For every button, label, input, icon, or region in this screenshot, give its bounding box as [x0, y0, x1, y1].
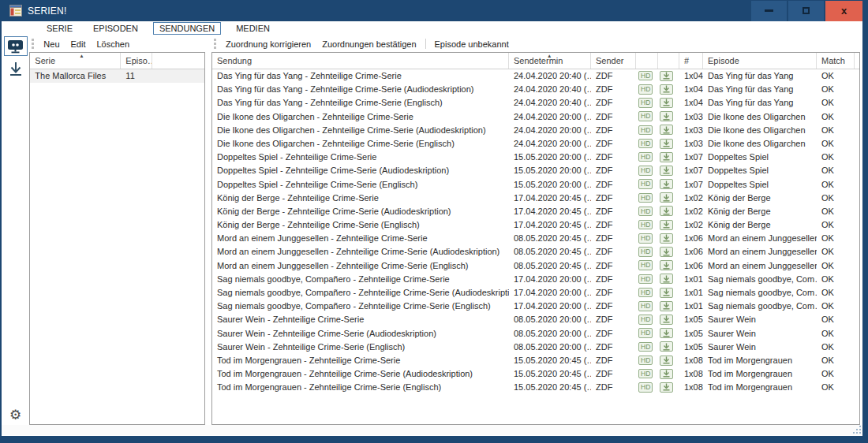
download-icon[interactable]	[660, 288, 673, 298]
table-row[interactable]: Tod im Morgengrauen - Zehnteilige Crime-…	[212, 381, 859, 394]
table-row[interactable]: König der Berge - Zehnteilige Crime-Seri…	[212, 192, 859, 205]
table-row[interactable]: Sag niemals goodbye, Compañero - Zehntei…	[212, 300, 859, 313]
table-row[interactable]: Saurer Wein - Zehnteilige Crime-Serie (A…	[212, 327, 859, 341]
table-row[interactable]: Sag niemals goodbye, Compañero - Zehntei…	[212, 286, 859, 300]
maximize-button[interactable]	[788, 1, 824, 21]
table-row[interactable]: Mord an einem Junggesellen - Zehnteilige…	[212, 232, 859, 245]
table-row[interactable]: Sag niemals goodbye, Compañero - Zehntei…	[212, 273, 859, 286]
table-row[interactable]: Die Ikone des Oligarchen - Zehnteilige C…	[212, 124, 859, 137]
tab-sendungen[interactable]: SENDUNGEN	[153, 22, 221, 35]
match-cell: OK	[817, 354, 855, 367]
table-row[interactable]: Das Ying für das Yang - Zehnteilige Crim…	[212, 96, 859, 110]
column-header-sendetermin[interactable]: Sendetermin ▲	[509, 53, 591, 69]
table-row[interactable]: Saurer Wein - Zehnteilige Crime-Serie (E…	[212, 341, 859, 354]
zuordnungen-bestaetigen-button[interactable]: Zuordnungen bestätigen	[316, 38, 421, 50]
download-icon[interactable]	[660, 166, 673, 176]
hd-badge: HD	[638, 315, 653, 325]
episode-number-cell: 1x05	[679, 313, 703, 326]
sender-cell: ZDF	[591, 218, 636, 232]
download-icon[interactable]	[660, 315, 673, 325]
table-row[interactable]: Saurer Wein - Zehnteilige Crime-Serie 08…	[212, 313, 859, 326]
download-icon[interactable]	[660, 220, 673, 230]
download-icon[interactable]	[660, 84, 673, 95]
episode-number-cell: 1x05	[679, 327, 703, 341]
column-header-download[interactable]	[658, 53, 679, 69]
minimize-button[interactable]	[751, 1, 787, 21]
download-icon[interactable]	[660, 369, 673, 379]
table-row[interactable]: Doppeltes Spiel - Zehnteilige Crime-Seri…	[212, 178, 859, 192]
column-header-filler	[855, 53, 859, 69]
episode-unbekannt-button[interactable]: Episode unbekannt	[429, 38, 514, 50]
sendung-cell: Das Ying für das Yang - Zehnteilige Crim…	[212, 96, 509, 110]
tab-serie[interactable]: SERIE	[41, 23, 78, 34]
sendung-cell: König der Berge - Zehnteilige Crime-Seri…	[212, 218, 509, 232]
sort-ascending-icon: ▲	[79, 53, 84, 58]
download-icon[interactable]	[660, 233, 673, 244]
download-icon[interactable]	[660, 301, 673, 311]
loeschen-button[interactable]: Löschen	[91, 38, 135, 50]
settings-button[interactable]: ⚙	[9, 408, 21, 422]
table-row[interactable]: Doppeltes Spiel - Zehnteilige Crime-Seri…	[212, 164, 859, 177]
column-header-episoden[interactable]: Episo…	[121, 53, 152, 69]
column-header-hd[interactable]	[636, 53, 658, 69]
table-row[interactable]: König der Berge - Zehnteilige Crime-Seri…	[212, 218, 859, 232]
column-header-match[interactable]: Match	[817, 53, 855, 69]
download-icon[interactable]	[660, 125, 673, 135]
tab-episoden[interactable]: EPISODEN	[88, 23, 144, 34]
table-row[interactable]: Das Ying für das Yang - Zehnteilige Crim…	[212, 83, 859, 96]
episode-cell: Tod im Morgengrauen	[703, 354, 817, 367]
download-icon[interactable]	[660, 192, 673, 203]
sender-cell: ZDF	[591, 137, 636, 151]
episode-cell: Das Ying für das Yang	[703, 83, 817, 96]
sendungen-table: Sendung Sendetermin ▲ Sender # Episode M…	[211, 52, 860, 425]
zuordnung-korrigieren-button[interactable]: Zuordnung korrigieren	[220, 38, 316, 50]
download-icon[interactable]	[660, 71, 673, 81]
download-icon[interactable]	[660, 247, 673, 257]
downloads-button[interactable]	[4, 59, 28, 79]
tv-shows-button[interactable]	[4, 36, 28, 56]
column-header-episode[interactable]: Episode	[703, 53, 817, 69]
column-header-serie[interactable]: Serie ▲	[30, 53, 121, 69]
sendetermin-cell: 15.05.2020 20:00 (…	[509, 164, 591, 177]
download-icon[interactable]	[660, 328, 673, 338]
table-row[interactable]: Mord an einem Junggesellen - Zehnteilige…	[212, 245, 859, 259]
series-row[interactable]: The Mallorca Files 11	[30, 69, 204, 83]
episode-number-cell: 1x04	[679, 83, 703, 96]
episode-number-cell: 1x08	[679, 381, 703, 394]
table-row[interactable]: Die Ikone des Oligarchen - Zehnteilige C…	[212, 137, 859, 151]
panel-splitter[interactable]	[205, 35, 211, 425]
download-icon[interactable]	[660, 139, 673, 149]
download-icon[interactable]	[660, 382, 673, 393]
episode-cell: Doppeltes Spiel	[703, 164, 817, 177]
table-row[interactable]: Das Ying für das Yang - Zehnteilige Crim…	[212, 69, 859, 83]
neu-button[interactable]: Neu	[38, 38, 65, 50]
download-icon[interactable]	[660, 260, 673, 270]
table-row[interactable]: König der Berge - Zehnteilige Crime-Seri…	[212, 205, 859, 218]
download-icon[interactable]	[660, 356, 673, 366]
episode-cell: Das Ying für das Yang	[703, 96, 817, 110]
table-row[interactable]: Tod im Morgengrauen - Zehnteilige Crime-…	[212, 354, 859, 367]
download-icon[interactable]	[660, 179, 673, 189]
edit-button[interactable]: Edit	[65, 38, 92, 50]
table-row[interactable]: Tod im Morgengrauen - Zehnteilige Crime-…	[212, 367, 859, 381]
sendetermin-cell: 15.05.2020 20:45 (…	[509, 354, 591, 367]
column-header-sender[interactable]: Sender	[591, 53, 636, 69]
download-icon[interactable]	[660, 206, 673, 216]
download-icon[interactable]	[660, 341, 673, 352]
column-header-sendung[interactable]: Sendung	[212, 53, 509, 69]
download-icon[interactable]	[660, 274, 673, 284]
resize-grip-icon[interactable]	[854, 426, 861, 434]
table-row[interactable]: Mord an einem Junggesellen - Zehnteilige…	[212, 259, 859, 273]
download-icon[interactable]	[660, 111, 673, 121]
sendetermin-cell: 17.04.2020 20:45 (…	[509, 205, 591, 218]
download-icon[interactable]	[660, 152, 673, 162]
table-row[interactable]: Doppeltes Spiel - Zehnteilige Crime-Seri…	[212, 151, 859, 164]
hd-badge: HD	[638, 274, 653, 285]
tab-medien[interactable]: MEDIEN	[230, 23, 275, 34]
close-button[interactable]: x	[825, 1, 862, 21]
match-cell: OK	[817, 205, 855, 218]
match-cell: OK	[817, 232, 855, 245]
table-row[interactable]: Die Ikone des Oligarchen - Zehnteilige C…	[212, 110, 859, 124]
column-header-number[interactable]: #	[679, 53, 703, 69]
download-icon[interactable]	[660, 98, 673, 108]
